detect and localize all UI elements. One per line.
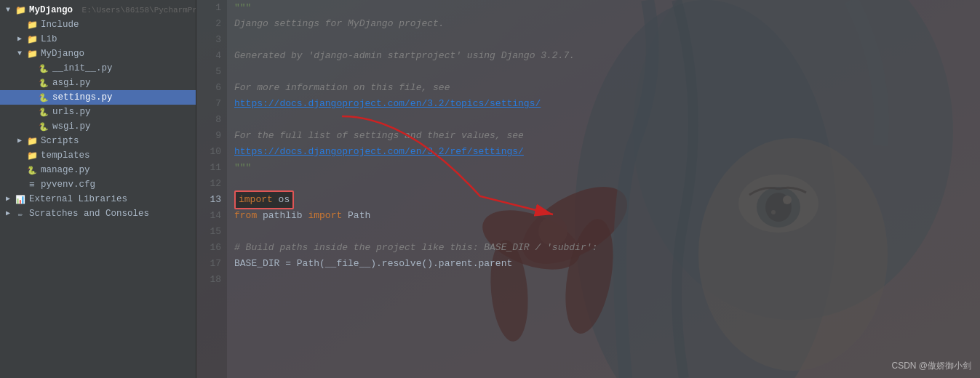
line-num-11: 11: [196, 160, 221, 176]
arrow-lib: [15, 34, 25, 44]
arrow-mydjango-sub: [15, 49, 25, 59]
code-line-10: https://docs.djangoproject.com/en/3.2/re…: [234, 144, 980, 160]
line-num-12: 12: [196, 176, 221, 192]
code-text-12: [234, 176, 240, 192]
arrow-root: [3, 5, 13, 15]
py-icon-wsgi: [38, 121, 49, 132]
arrow-include: [15, 20, 25, 30]
scripts-label: Scripts: [41, 136, 79, 146]
wsgi-label: wsgi.py: [52, 121, 91, 132]
tree-item-asgi[interactable]: asgi.py: [0, 76, 196, 90]
tree-item-settings[interactable]: settings.py: [0, 90, 196, 105]
editor-area: 1 2 3 4 5 6 7 8 9 10 11 12 13 14 15 16 1…: [196, 0, 980, 378]
arrow-manage: [15, 165, 25, 175]
py-icon-urls: [38, 106, 49, 118]
code-line-7: https://docs.djangoproject.com/en/3.2/to…: [234, 96, 980, 112]
code-line-3: [234, 32, 980, 48]
tree-item-mydjango-sub[interactable]: MyDjango: [0, 47, 196, 61]
code-text-3: [234, 32, 240, 48]
arrow-init: [26, 63, 36, 73]
code-line-12: [234, 176, 980, 192]
py-icon-asgi: [38, 77, 49, 89]
import-os-highlight: import os: [234, 190, 294, 209]
manage-label: manage.py: [41, 165, 90, 175]
scratches-label: Scratches and Consoles: [29, 209, 149, 219]
line-num-10: 10: [196, 144, 221, 160]
code-editor[interactable]: 1 2 3 4 5 6 7 8 9 10 11 12 13 14 15 16 1…: [196, 0, 980, 378]
lib-label: Lib: [41, 34, 57, 44]
tree-item-urls[interactable]: urls.py: [0, 105, 196, 119]
code-import2: import: [308, 208, 342, 224]
include-label: Include: [41, 20, 79, 30]
py-icon-settings: [38, 92, 49, 103]
code-text-11: """: [234, 160, 251, 176]
code-from: from: [234, 208, 257, 224]
code-line-13: import os: [234, 192, 980, 208]
root-label: MyDjango: [29, 5, 73, 15]
file-tree-sidebar[interactable]: MyDjango E:\Users\86158\PycharmProjects\…: [0, 0, 196, 378]
folder-icon-include: [26, 19, 38, 31]
arrow-wsgi: [26, 121, 36, 132]
tree-item-lib[interactable]: Lib: [0, 32, 196, 47]
code-panel[interactable]: """ Django settings for MyDjango project…: [227, 0, 980, 378]
arrow-pyvenv: [15, 180, 25, 190]
code-line-18: [234, 272, 980, 288]
line-num-4: 4: [196, 48, 221, 64]
code-line-6: For more information on this file, see: [234, 80, 980, 96]
arrow-templates: [15, 150, 25, 161]
tree-item-templates[interactable]: templates: [0, 148, 196, 163]
line-num-8: 8: [196, 112, 221, 128]
arrow-scratches: [3, 209, 13, 219]
line-num-9: 9: [196, 128, 221, 144]
arrow-ext: [3, 194, 13, 204]
tree-item-manage[interactable]: manage.py: [0, 163, 196, 177]
line-num-3: 3: [196, 32, 221, 48]
arrow-asgi: [26, 78, 36, 88]
line-num-6: 6: [196, 80, 221, 96]
code-text-4: Generated by 'django-admin startproject'…: [234, 48, 575, 64]
tree-item-root[interactable]: MyDjango E:\Users\86158\PycharmProjects\…: [0, 3, 196, 17]
tree-item-init[interactable]: __init__.py: [0, 61, 196, 76]
cfg-icon-pyvenv: [26, 179, 38, 190]
code-line-14: from pathlib import Path: [234, 208, 980, 224]
code-text-8: [234, 112, 240, 128]
tree-item-wsgi[interactable]: wsgi.py: [0, 119, 196, 134]
line-num-1: 1: [196, 0, 221, 16]
folder-icon-mydjango-sub: [26, 48, 38, 60]
tree-item-ext-libraries[interactable]: External Libraries: [0, 192, 196, 206]
line-num-18: 18: [196, 272, 221, 288]
code-text-15: [234, 224, 240, 240]
line-number-gutter: 1 2 3 4 5 6 7 8 9 10 11 12 13 14 15 16 1…: [196, 0, 227, 378]
tree-item-pyvenv[interactable]: pyvenv.cfg: [0, 177, 196, 192]
code-line-1: """: [234, 0, 980, 16]
line-num-15: 15: [196, 224, 221, 240]
code-text-7: https://docs.djangoproject.com/en/3.2/to…: [234, 96, 541, 112]
folder-icon-root: [15, 4, 26, 16]
code-path: Path: [342, 208, 370, 224]
tree-item-scratches[interactable]: Scratches and Consoles: [0, 206, 196, 221]
py-icon-manage: [26, 164, 38, 176]
code-text-16: # Build paths inside the project like th…: [234, 240, 597, 256]
code-line-17: BASE_DIR = Path(__file__).resolve().pare…: [234, 256, 980, 272]
module-os: os: [273, 192, 290, 208]
code-line-9: For the full list of settings and their …: [234, 128, 980, 144]
tree-item-scripts[interactable]: Scripts: [0, 134, 196, 148]
code-line-2: Django settings for MyDjango project.: [234, 16, 980, 32]
root-path: E:\Users\86158\PycharmProjects\MyDjango: [77, 6, 196, 15]
py-icon-init: [38, 63, 49, 74]
line-num-17: 17: [196, 256, 221, 272]
line-num-2: 2: [196, 16, 221, 32]
tree-item-include[interactable]: Include: [0, 17, 196, 32]
code-line-5: [234, 64, 980, 80]
folder-icon-scripts: [26, 135, 38, 147]
arrow-settings: [26, 92, 36, 102]
keyword-import: import: [239, 192, 273, 208]
line-num-7: 7: [196, 96, 221, 112]
init-label: __init__.py: [52, 63, 113, 73]
code-text-18: [234, 272, 240, 288]
code-line-4: Generated by 'django-admin startproject'…: [234, 48, 980, 64]
code-text-1: """: [234, 0, 251, 16]
code-text-6: For more information on this file, see: [234, 80, 450, 96]
ext-icon: [15, 193, 26, 205]
code-text-9: For the full list of settings and their …: [234, 128, 524, 144]
